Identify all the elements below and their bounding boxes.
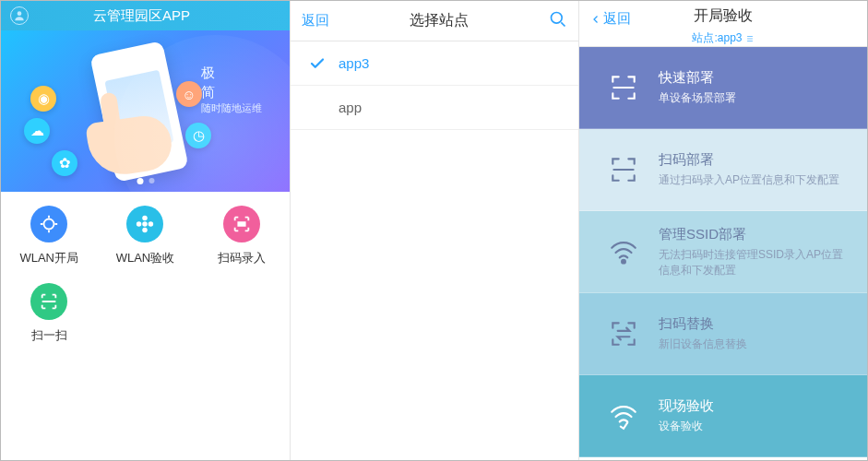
- verify-header: 返回 开局验收 站点:app3: [579, 1, 867, 47]
- grid-scan-entry[interactable]: 扫码录入: [194, 206, 290, 266]
- site-subtitle[interactable]: 站点:app3: [692, 30, 754, 46]
- flower-icon: [126, 206, 163, 242]
- card-title: 管理SSID部署: [659, 226, 849, 243]
- card-title: 快速部署: [659, 69, 849, 87]
- grid-scan[interactable]: 扫一扫: [1, 283, 97, 344]
- avatar-icon[interactable]: [10, 6, 29, 25]
- app-title: 云管理园区APP: [93, 7, 190, 25]
- card-scan-replace[interactable]: 扫码替换新旧设备信息替换: [579, 293, 867, 375]
- grid-label: WLAN开局: [1, 250, 97, 266]
- card-quick-deploy[interactable]: 快速部署单设备场景部署: [579, 47, 867, 129]
- hero-banner[interactable]: ◉ ☁ ✿ ☺ ◷ 极 简 随时随地运维: [1, 30, 290, 192]
- card-sub: 单设备场景部署: [659, 90, 849, 105]
- site-row[interactable]: app: [291, 86, 578, 130]
- svg-point-9: [622, 260, 625, 264]
- card-sub: 通过扫码录入AP位置信息和下发配置: [659, 172, 849, 187]
- site-header: 返回 选择站点: [291, 1, 578, 41]
- scan-icon: [30, 206, 67, 242]
- svg-point-6: [149, 221, 154, 227]
- svg-point-1: [44, 219, 54, 230]
- svg-point-2: [143, 221, 149, 227]
- card-title: 扫码部署: [659, 151, 849, 169]
- card-scan-deploy[interactable]: 扫码部署通过扫码录入AP位置信息和下发配置: [579, 129, 867, 211]
- card-title: 扫码替换: [659, 315, 849, 333]
- bubble-icon: ◷: [185, 123, 211, 148]
- qr-icon: [30, 283, 67, 320]
- back-button[interactable]: 返回: [590, 10, 631, 28]
- svg-point-8: [552, 12, 563, 23]
- scan-frame-icon: [601, 154, 646, 185]
- site-row[interactable]: app3: [291, 41, 578, 86]
- card-ssid-deploy[interactable]: 管理SSID部署无法扫码时连接管理SSID录入AP位置信息和下发配置: [579, 211, 867, 293]
- scan-frame-icon: [601, 72, 646, 103]
- grid-wlan-verify[interactable]: WLAN验收: [97, 206, 193, 266]
- swap-icon: [601, 318, 646, 349]
- hand-illustration: [85, 112, 174, 179]
- grid-label: 扫码录入: [194, 250, 290, 266]
- bubble-icon: ◉: [30, 86, 56, 112]
- svg-point-4: [143, 228, 149, 233]
- carousel-dots[interactable]: [137, 178, 154, 184]
- hero-tagline: 极 简 随时随地运维: [201, 63, 262, 115]
- grid-label: 扫一扫: [1, 327, 97, 344]
- feature-grid: WLAN开局 WLAN验收 扫码录入 扫一扫: [1, 192, 290, 361]
- check-icon: [307, 53, 327, 74]
- site-name: app3: [339, 55, 369, 71]
- svg-point-0: [18, 11, 22, 16]
- card-sub: 无法扫码时连接管理SSID录入AP位置信息和下发配置: [659, 247, 849, 277]
- card-sub: 设备验收: [659, 419, 849, 433]
- card-onsite-verify[interactable]: 现场验收设备验收: [579, 375, 867, 457]
- svg-point-3: [143, 216, 149, 221]
- svg-point-5: [137, 221, 142, 227]
- grid-wlan-start[interactable]: WLAN开局: [1, 206, 97, 266]
- check-icon: [307, 98, 327, 118]
- page-title: 开局验收: [694, 6, 753, 26]
- search-icon[interactable]: [549, 10, 567, 32]
- back-button[interactable]: 返回: [302, 12, 329, 30]
- wifi-check-icon: [601, 400, 646, 431]
- bubble-icon: ☺: [176, 81, 202, 107]
- card-title: 现场验收: [659, 397, 849, 415]
- grid-label: WLAN验收: [97, 250, 193, 266]
- site-name: app: [339, 100, 362, 115]
- bubble-icon: ☁: [24, 118, 50, 144]
- bubble-icon: ✿: [52, 150, 77, 176]
- svg-rect-7: [238, 222, 244, 226]
- page-title: 选择站点: [410, 11, 469, 30]
- card-sub: 新旧设备信息替换: [659, 337, 849, 351]
- wifi-icon: [601, 236, 646, 267]
- barcode-icon: [223, 206, 260, 242]
- list-icon: [745, 34, 755, 43]
- app-header: 云管理园区APP: [1, 1, 290, 30]
